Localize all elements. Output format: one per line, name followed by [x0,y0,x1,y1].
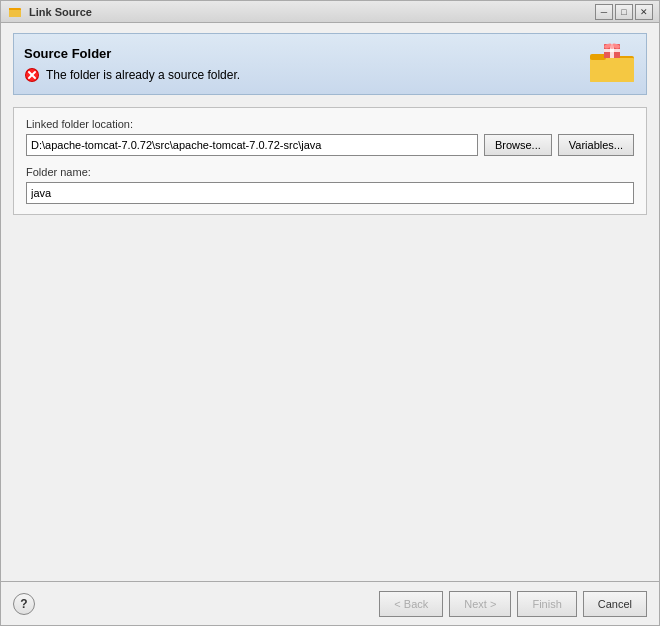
svg-point-16 [610,45,614,49]
close-button[interactable]: ✕ [635,4,653,20]
window-title: Link Source [29,6,595,18]
minimize-button[interactable]: ─ [595,4,613,20]
help-button[interactable]: ? [13,593,35,615]
svg-rect-8 [590,58,634,82]
svg-rect-2 [9,8,14,10]
spacer [13,215,647,571]
section-header: Source Folder The folder is already a so… [13,33,647,95]
maximize-button[interactable]: □ [615,4,633,20]
section-header-left: Source Folder The folder is already a so… [24,46,240,83]
error-row: The folder is already a source folder. [24,67,240,83]
linked-folder-input[interactable] [26,134,478,156]
svg-rect-13 [604,49,620,52]
linked-folder-row: Browse... Variables... [26,134,634,156]
variables-button[interactable]: Variables... [558,134,634,156]
content-area: Source Folder The folder is already a so… [1,23,659,581]
window-icon [7,4,23,20]
finish-button[interactable]: Finish [517,591,576,617]
main-window: Link Source ─ □ ✕ Source Folder T [0,0,660,626]
title-bar: Link Source ─ □ ✕ [1,1,659,23]
bottom-buttons: < Back Next > Finish Cancel [379,591,647,617]
folder-gift-icon [588,40,636,88]
cancel-button[interactable]: Cancel [583,591,647,617]
browse-button[interactable]: Browse... [484,134,552,156]
svg-rect-9 [590,54,606,60]
svg-rect-1 [9,10,21,17]
back-button[interactable]: < Back [379,591,443,617]
folder-gift-svg [588,42,636,86]
folder-name-label: Folder name: [26,166,634,178]
window-controls: ─ □ ✕ [595,4,653,20]
form-section: Linked folder location: Browse... Variab… [13,107,647,215]
bottom-bar: ? < Back Next > Finish Cancel [1,581,659,625]
linked-folder-label: Linked folder location: [26,118,634,130]
error-icon [24,67,40,83]
next-button[interactable]: Next > [449,591,511,617]
error-message: The folder is already a source folder. [46,68,240,82]
folder-name-input[interactable] [26,182,634,204]
section-title: Source Folder [24,46,240,61]
